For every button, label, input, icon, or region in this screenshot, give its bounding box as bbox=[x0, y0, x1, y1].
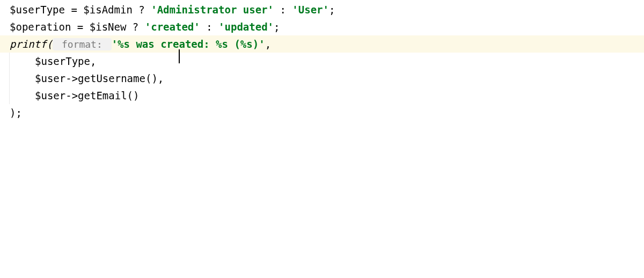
code-line-highlighted[interactable]: printf( format: '%s was created: %s (%s)… bbox=[0, 35, 644, 53]
code-line[interactable]: $user->getUsername(), bbox=[0, 70, 644, 87]
whitespace bbox=[77, 4, 83, 16]
comma-token: , bbox=[265, 38, 271, 50]
function-call-token: printf bbox=[10, 38, 47, 50]
indent-guide bbox=[9, 53, 35, 70]
string-token: 'created' bbox=[145, 21, 200, 33]
method-token: getUsername bbox=[78, 72, 145, 84]
operator-token: = bbox=[77, 21, 83, 33]
code-line[interactable]: $user->getEmail() bbox=[0, 87, 644, 104]
variable-token: $isNew bbox=[90, 21, 127, 33]
code-line[interactable]: $userType, bbox=[0, 53, 644, 70]
code-line[interactable]: $operation = $isNew ? 'created' : 'updat… bbox=[0, 18, 644, 35]
whitespace bbox=[83, 21, 89, 33]
string-token: '%s was cre bbox=[112, 38, 179, 50]
parameter-hint: format: bbox=[53, 38, 112, 50]
whitespace bbox=[71, 21, 77, 33]
code-line[interactable]: ); bbox=[0, 104, 644, 121]
indent-guide bbox=[9, 87, 35, 104]
variable-token: $userType bbox=[35, 55, 90, 67]
comma-token: , bbox=[90, 55, 96, 67]
code-editor[interactable]: $userType = $isAdmin ? 'Administrator us… bbox=[0, 1, 644, 278]
variable-token: $user bbox=[35, 72, 65, 84]
code-line[interactable]: $userType = $isAdmin ? 'Administrator us… bbox=[0, 1, 644, 18]
ternary-token: : bbox=[206, 21, 212, 33]
whitespace bbox=[286, 4, 292, 16]
string-token: 'updated' bbox=[218, 21, 274, 33]
whitespace bbox=[200, 21, 206, 33]
ternary-token: ? bbox=[133, 21, 138, 33]
ternary-token: : bbox=[280, 4, 286, 16]
whitespace bbox=[65, 4, 71, 16]
close-paren-semicolon: ); bbox=[10, 107, 22, 119]
ternary-token: ? bbox=[138, 4, 144, 16]
string-token: 'User' bbox=[292, 4, 329, 16]
indent-guide bbox=[9, 70, 35, 87]
punct-token: () bbox=[127, 90, 140, 101]
semicolon-token: ; bbox=[329, 4, 335, 16]
arrow-token: -> bbox=[65, 90, 78, 101]
whitespace bbox=[126, 21, 132, 33]
semicolon-token: ; bbox=[274, 21, 280, 33]
paren-token: ( bbox=[47, 38, 53, 50]
whitespace bbox=[145, 4, 151, 16]
variable-token: $user bbox=[35, 90, 65, 101]
whitespace bbox=[274, 4, 280, 16]
string-token: ated: %s (%s)' bbox=[179, 38, 265, 50]
whitespace bbox=[133, 4, 138, 16]
operator-token: = bbox=[71, 4, 77, 16]
variable-token: $operation bbox=[10, 21, 71, 33]
whitespace bbox=[138, 21, 144, 33]
string-token: 'Administrator user' bbox=[151, 4, 274, 16]
method-token: getEmail bbox=[78, 90, 127, 101]
whitespace bbox=[213, 21, 218, 33]
variable-token: $isAdmin bbox=[83, 4, 133, 16]
punct-token: (), bbox=[145, 72, 164, 84]
variable-token: $userType bbox=[10, 4, 65, 16]
arrow-token: -> bbox=[65, 72, 78, 84]
